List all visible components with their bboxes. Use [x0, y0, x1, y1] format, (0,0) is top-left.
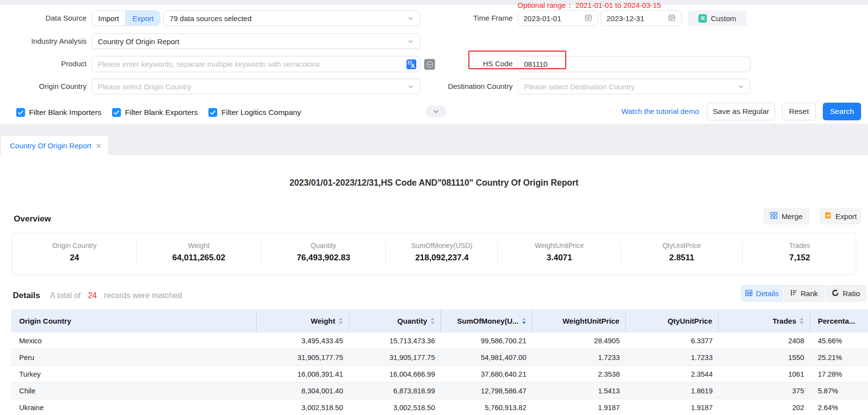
view-toggle-group: DetailsRankRatio [741, 285, 867, 302]
cell: 1.5413 [532, 383, 626, 399]
details-summary-suffix: records were matched [104, 291, 182, 300]
destination-country-select[interactable]: Please select Destination Country [518, 79, 751, 94]
column-header-weight[interactable]: Weight [257, 309, 349, 332]
stat-weight: Weight64,011,265.02 [137, 233, 261, 275]
data-sources-select[interactable]: 79 data sources selected [163, 10, 420, 26]
table-row-turkey: Turkey16,008,391.4116,004,666.9937,680,6… [11, 366, 868, 383]
table-row-mexico: Mexico3,495,433.4515,713,473.3699,586,70… [11, 332, 868, 349]
column-header-label: Percenta... [818, 317, 855, 325]
details-table: Origin CountryWeightQuantitySumOfMoney(U… [11, 309, 868, 415]
checkbox-label: Filter Blank Importers [29, 108, 101, 117]
cell: 1.9187 [626, 399, 719, 415]
stat-value: 76,493,902.83 [261, 253, 386, 263]
stat-sumofmoney(usd): SumOfMoney(USD)218,092,237.4 [386, 233, 498, 275]
stat-label: Trades [743, 242, 857, 249]
table-row-ukraine: Ukraine3,002,518.503,002,518.505,760,913… [11, 399, 868, 415]
checkbox-checked-icon [16, 108, 25, 117]
merge-button[interactable]: Merge [763, 208, 810, 224]
data-source-toggle: Import Export [91, 10, 160, 26]
tab-country-of-origin-report[interactable]: Country Of Origin Report × [1, 136, 108, 155]
industry-analysis-value: Country Of Origin Report [98, 37, 179, 46]
view-button-details[interactable]: Details [741, 285, 783, 302]
end-date-input[interactable]: 2023-12-31 [601, 10, 682, 26]
hs-code-label: HS Code [418, 56, 513, 72]
product-placeholder: Please enter keywords, separate multiple… [98, 60, 320, 68]
overview-stats-card: Origin Country24Weight64,011,265.02Quant… [12, 233, 856, 275]
checkbox-checked-icon [112, 108, 121, 117]
checkbox-checked-icon [208, 108, 217, 117]
sort-icon[interactable] [800, 318, 804, 324]
details-summary-prefix: A total of [50, 291, 81, 300]
time-frame-label: Time Frame [418, 10, 513, 26]
export-toggle-button[interactable]: Export [126, 10, 160, 26]
sort-icon[interactable] [339, 318, 343, 324]
column-header-sumofmoneyu[interactable]: SumOfMoney(U... [441, 309, 532, 332]
stat-label: Weight [137, 242, 261, 249]
stat-label: WeightUnitPrice [498, 242, 621, 249]
view-button-rank[interactable]: Rank [783, 285, 825, 302]
table-row-peru: Peru31,905,177.7531,905,177.7554,981,407… [11, 349, 868, 366]
import-toggle-button[interactable]: Import [91, 10, 126, 26]
column-header-label: QtyUnitPrice [667, 317, 712, 325]
cell: 5.87% [810, 383, 868, 399]
industry-analysis-select[interactable]: Country Of Origin Report [91, 33, 420, 49]
cell: 5,760,913.82 [441, 399, 532, 415]
chevron-down-icon [407, 83, 414, 90]
cell: 28.4905 [532, 332, 626, 349]
cell: 202 [719, 399, 810, 415]
hs-code-input[interactable]: 081110 [518, 56, 751, 72]
view-button-ratio[interactable]: Ratio [825, 285, 867, 302]
filter-checkbox-filter-logitics-company[interactable]: Filter Logitics Company [208, 108, 301, 117]
tutorial-link[interactable]: Watch the tutorial demo [580, 103, 699, 120]
translate-icon[interactable]: A [406, 59, 416, 69]
cell: 8,304,001.40 [257, 383, 349, 399]
report-title: 2023/01/01-2023/12/31,HS Code AND"081110… [0, 178, 868, 188]
export-label: Export [836, 212, 857, 221]
origin-country-select[interactable]: Please select Origin Country [91, 79, 420, 94]
expand-filters-button[interactable] [426, 106, 446, 117]
cell: 37,680,640.21 [441, 366, 532, 382]
cell: 99,586,700.21 [441, 332, 532, 349]
stat-value: 2.8511 [621, 253, 743, 263]
cell: 1.7233 [626, 349, 719, 365]
search-button[interactable]: Search [823, 103, 861, 120]
column-header-label: Trades [773, 317, 796, 325]
sort-icon[interactable] [522, 318, 526, 324]
cell: 1061 [719, 366, 810, 382]
cell: 6.3377 [626, 332, 719, 349]
column-header-quantity[interactable]: Quantity [349, 309, 441, 332]
column-header-trades[interactable]: Trades [719, 309, 810, 332]
stat-label: Quantity [261, 242, 386, 249]
start-date-value: 2023-01-01 [523, 14, 561, 23]
chevron-down-icon [738, 83, 744, 90]
save-as-regular-button[interactable]: Save as Regular [707, 103, 775, 120]
column-header-origincountry: Origin Country [11, 309, 257, 332]
cell: 16,004,666.99 [349, 366, 441, 382]
destination-country-placeholder: Please select Destination Country [524, 83, 635, 91]
view-button-label: Ratio [842, 289, 860, 298]
export-button[interactable]: Export [820, 208, 862, 224]
stat-value: 64,011,265.02 [137, 253, 261, 263]
cell: 2.3538 [532, 366, 626, 382]
cell: 6,873,818.99 [349, 383, 441, 399]
start-date-input[interactable]: 2023-01-01 [518, 10, 598, 26]
merge-icon [770, 212, 778, 221]
reset-button[interactable]: Reset [782, 103, 816, 120]
product-input[interactable]: Please enter keywords, separate multiple… [91, 56, 420, 72]
cell: 17.28% [810, 366, 868, 382]
filter-checkbox-filter-blank-importers[interactable]: Filter Blank Importers [16, 108, 101, 117]
filter-checkbox-filter-blank-exporters[interactable]: Filter Blank Exporters [112, 108, 198, 117]
origin-country-label: Origin Country [8, 79, 87, 94]
view-button-label: Rank [801, 289, 818, 298]
close-icon[interactable]: × [96, 141, 101, 150]
details-summary-count: 24 [88, 291, 97, 300]
cell: 3,002,518.50 [349, 399, 441, 415]
cell: 31,905,177.75 [349, 349, 441, 365]
cell: 31,905,177.75 [257, 349, 349, 365]
custom-range-button[interactable]: ⌘ Custom [688, 10, 747, 26]
table-header-row: Origin CountryWeightQuantitySumOfMoney(U… [11, 309, 868, 332]
stat-label: Origin Country [12, 242, 137, 249]
stat-label: SumOfMoney(USD) [386, 242, 498, 249]
cell: 375 [719, 383, 810, 399]
sort-icon[interactable] [431, 318, 434, 324]
